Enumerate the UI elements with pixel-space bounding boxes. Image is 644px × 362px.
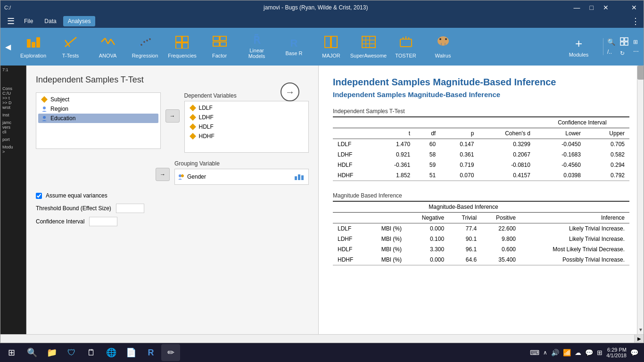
taskbar-shield[interactable]: 🛡 — [62, 344, 81, 361]
anova-icon — [100, 35, 116, 52]
toolbar-toster[interactable]: TOSTER — [388, 30, 423, 63]
scroll-down-arrow[interactable]: ▼ — [637, 325, 644, 334]
menu-file[interactable]: File — [19, 16, 38, 26]
toolbar-exploration[interactable]: Exploration — [16, 30, 51, 63]
toolbar-regression[interactable]: Regression — [127, 30, 163, 63]
taskbar-search[interactable]: 🔍 — [23, 344, 41, 361]
toolbar-factor[interactable]: Factor — [202, 30, 237, 63]
t1-hdhf-var: HDHF — [333, 170, 373, 181]
taskbar-notification[interactable]: 💬 — [630, 349, 638, 356]
t1-hdlf-t: -0.361 — [373, 160, 415, 170]
toolbar-anova[interactable]: ANOVA — [90, 30, 125, 63]
assume-equal-label: Assume equal variances — [46, 192, 107, 199]
search-icon[interactable]: 🔍 — [607, 38, 615, 46]
overflow-icon[interactable]: ⋯ — [633, 48, 639, 55]
start-button[interactable]: ⊞ — [2, 344, 21, 361]
taskbar-up-arrow[interactable]: ∧ — [543, 349, 547, 356]
results-scrollbar[interactable]: ▼ — [637, 66, 644, 334]
nav-arrow-button[interactable]: → — [281, 82, 299, 101]
table2-header-row1: Magnitude-Based Inference — [333, 201, 629, 213]
taskbar-cloud[interactable]: ☁ — [575, 349, 581, 356]
menu-data[interactable]: Data — [40, 16, 61, 26]
toolbar-base-r[interactable]: R Base R — [276, 30, 312, 63]
refresh-icon[interactable]: ↻ — [620, 50, 628, 57]
taskbar-time[interactable]: 6:29 PM 4/1/2018 — [606, 347, 627, 358]
t2-sh-empty2 — [366, 213, 406, 223]
group-label: Grouping Variable — [174, 160, 309, 167]
expand-icon[interactable]: ⊞ — [633, 39, 639, 45]
svg-point-46 — [43, 107, 46, 109]
results-scroll-thumb[interactable] — [637, 66, 644, 80]
nav-forward-icon[interactable]: /.. — [607, 49, 615, 55]
dep-ldlf[interactable]: LDLF — [187, 103, 307, 113]
svg-point-10 — [140, 44, 142, 46]
dep-hdlf-label: HDLF — [199, 123, 214, 130]
toolbar-superawesome[interactable]: SuperAwesome — [351, 30, 386, 63]
maximize-button[interactable]: □ — [587, 3, 596, 12]
t1-ldlf-upper: 0.705 — [586, 139, 629, 150]
dep-hdlf[interactable]: HDLF — [187, 122, 307, 132]
taskbar-network[interactable]: 📶 — [563, 349, 571, 356]
toolbar-modules[interactable]: + Modules — [561, 30, 596, 63]
t1-ldhf-var: LDHF — [333, 149, 373, 160]
menu-analyses[interactable]: Analyses — [63, 16, 96, 26]
close-button[interactable]: ✕ — [600, 3, 611, 12]
taskbar-keyboard-icon[interactable]: ⌨ — [530, 349, 539, 356]
move-to-group-button[interactable]: → — [156, 168, 170, 181]
t1-ldlf-cohen: 0.3299 — [479, 139, 535, 150]
toolbar-walrus[interactable]: Walrus — [425, 30, 461, 63]
var-subject[interactable]: Subject — [38, 95, 158, 104]
taskbar-pdf[interactable]: 📄 — [122, 344, 140, 361]
hamburger-menu[interactable]: ☰ — [4, 15, 17, 27]
move-to-dep-button[interactable]: → — [165, 109, 180, 123]
hdhf-icon — [190, 133, 196, 140]
toolbar-ttests[interactable]: T-Tests — [53, 30, 88, 63]
dep-ldhf[interactable]: LDHF — [187, 113, 307, 122]
var-subject-label: Subject — [50, 96, 69, 103]
scroll-area[interactable] — [0, 335, 634, 343]
toolbar-back-button[interactable]: ◀ — [5, 42, 11, 51]
analysis-panel: Independent Samples T-Test → Subject — [26, 66, 319, 334]
taskbar-msg[interactable]: 💬 — [585, 349, 593, 356]
outer-close-button[interactable]: ✕ — [628, 3, 640, 12]
t2-sh-positive: Positive — [481, 213, 520, 223]
ci-input[interactable]: 0.9 — [89, 217, 117, 226]
taskbar-speaker[interactable]: 🔊 — [551, 349, 559, 356]
var-region[interactable]: Region — [38, 104, 158, 114]
horizontal-scrollbar: ▶ — [0, 334, 644, 343]
app-icon: C:/ — [4, 5, 11, 10]
threshold-input[interactable]: 0.5 — [116, 204, 144, 213]
scroll-right-arrow[interactable]: ▶ — [634, 335, 644, 343]
var-education-label: Education — [50, 115, 75, 122]
t2-hdlf-metric: MBI (%) — [366, 244, 406, 255]
taskbar-grid2[interactable]: ⊞ — [597, 349, 603, 356]
taskbar-chrome[interactable]: 🌐 — [102, 344, 121, 361]
svg-rect-27 — [362, 36, 375, 48]
education-icon — [41, 115, 48, 122]
t2-ldlf-metric: MBI (%) — [366, 223, 406, 234]
minimize-button[interactable]: — — [571, 3, 583, 12]
dep-hdhf[interactable]: HDHF — [187, 132, 307, 141]
toolbar-frequencies[interactable]: Frequencies — [165, 30, 200, 63]
taskbar-jamovi[interactable]: ✏ — [161, 344, 180, 361]
taskbar-r-app[interactable]: R — [141, 344, 160, 361]
grid-icon[interactable] — [620, 37, 628, 47]
t1-hdlf-var: HDLF — [333, 160, 373, 170]
taskbar-file-explorer[interactable]: 📁 — [42, 344, 61, 361]
toolbar-major[interactable]: MAJOR — [314, 30, 349, 63]
t1-hdlf-p: 0.719 — [440, 160, 479, 170]
more-options-icon[interactable]: ⋮ — [631, 16, 640, 26]
var-education[interactable]: Education — [38, 114, 158, 123]
t2-sh-trivial: Trivial — [449, 213, 481, 223]
taskbar-notepad[interactable]: 🗒 — [82, 344, 101, 361]
arrow-spacer: → — [156, 160, 170, 181]
table1-row-ldlf: LDLF 1.470 60 0.147 0.3299 -0.0450 0.705 — [333, 139, 629, 150]
svg-line-5 — [101, 38, 105, 42]
assume-equal-checkbox[interactable] — [36, 193, 42, 199]
t2-ldlf-neg: 0.000 — [406, 223, 449, 234]
toolbar-linear-models[interactable]: R̃ Linear Models — [239, 30, 274, 63]
hdlf-icon — [190, 123, 196, 130]
dep-hdhf-label: HDHF — [199, 133, 215, 140]
t2-hdhf-var: HDHF — [333, 255, 366, 265]
table2-body: LDLF MBI (%) 0.000 77.4 22.600 Likely Tr… — [333, 223, 629, 265]
